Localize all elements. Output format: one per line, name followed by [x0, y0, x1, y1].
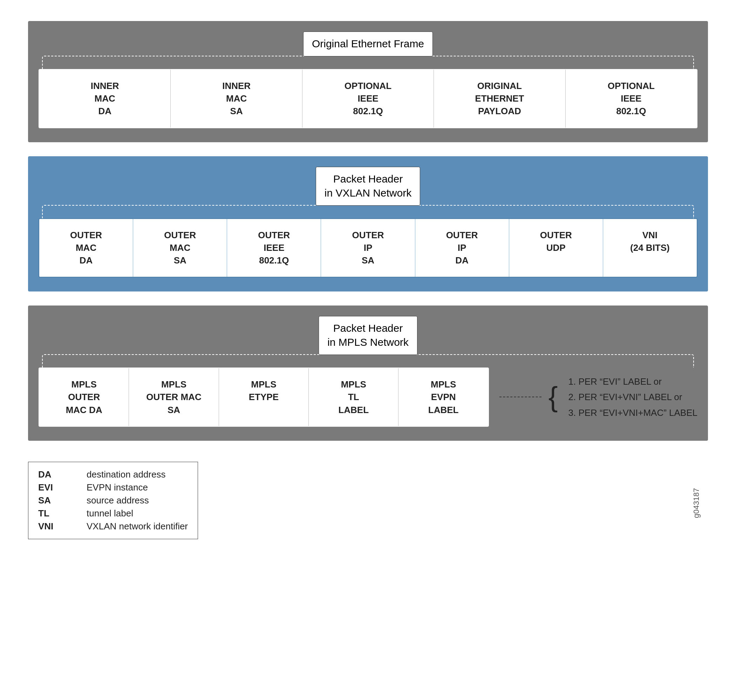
legend-val-sa: source address: [87, 495, 149, 506]
legend-row-tl: TL tunnel label: [38, 508, 188, 519]
legend-key-evi: EVI: [38, 482, 70, 493]
cell-outer-ieee: OUTERIEEE802.1Q: [227, 219, 321, 277]
cell-mpls-tl-label: MPLSTLLABEL: [309, 368, 399, 426]
mpls-bracket: [42, 354, 694, 368]
legend-row-da: DA destination address: [38, 469, 188, 480]
vxlan-cells: OUTERMACDA OUTERMACSA OUTERIEEE802.1Q OU…: [38, 218, 698, 278]
mpls-row: MPLSOUTERMAC DA MPLSOUTER MACSA MPLSETYP…: [38, 368, 698, 427]
legend-row-vni: VNI VXLAN network identifier: [38, 521, 188, 532]
brace-symbol: {: [549, 383, 558, 411]
legend-key-vni: VNI: [38, 521, 70, 532]
legend-row-evi: EVI EVPN instance: [38, 482, 188, 493]
vxlan-header: Packet Headerin VXLAN Network: [316, 167, 420, 206]
legend: DA destination address EVI EVPN instance…: [28, 462, 198, 539]
brace-item-1: 1. PER “EVI” LABEL or: [568, 374, 698, 389]
ethernet-cells: INNERMACDA INNERMACSA OPTIONALIEEE802.1Q…: [38, 69, 698, 128]
cell-mpls-etype: MPLSETYPE: [219, 368, 309, 426]
mpls-header: Packet Headerin MPLS Network: [319, 316, 417, 355]
mpls-cells: MPLSOUTERMAC DA MPLSOUTER MACSA MPLSETYP…: [38, 368, 489, 427]
cell-outer-mac-da: OUTERMACDA: [39, 219, 133, 277]
ethernet-header-text: Original Ethernet Frame: [312, 38, 424, 49]
cell-mpls-outer-mac-sa: MPLSOUTER MACSA: [129, 368, 219, 426]
ethernet-bracket: [42, 56, 694, 69]
mpls-cells-container: MPLSOUTERMAC DA MPLSOUTER MACSA MPLSETYP…: [38, 368, 489, 427]
legend-key-tl: TL: [38, 508, 70, 519]
ethernet-header: Original Ethernet Frame: [303, 32, 433, 56]
legend-row-sa: SA source address: [38, 495, 188, 506]
watermark: g043187: [692, 488, 701, 518]
dashed-connector: [499, 397, 542, 397]
cell-original-eth-payload: ORIGINALEthernetPayload: [434, 70, 565, 128]
brace-area: { 1. PER “EVI” LABEL or 2. PER “EVI+VNI”…: [489, 374, 698, 421]
mpls-section: Packet Headerin MPLS Network MPLSOUTERMA…: [28, 306, 708, 441]
cell-optional-ieee-2: OPTIONALIEEE802.1Q: [566, 70, 697, 128]
brace-item-2: 2. PER “EVI+VNI” LABEL or: [568, 389, 698, 404]
cell-outer-ip-sa: OUTERIPSA: [321, 219, 415, 277]
legend-val-da: destination address: [87, 469, 165, 480]
cell-outer-udp: OUTERUDP: [509, 219, 603, 277]
legend-val-vni: VXLAN network identifier: [87, 521, 188, 532]
cell-vni: VNI(24 Bits): [603, 219, 697, 277]
brace-item-3: 3. PER “EVI+VNI+MAC” LABEL: [568, 405, 698, 421]
ethernet-section: Original Ethernet Frame INNERMACDA INNER…: [28, 21, 708, 142]
vxlan-bracket: [42, 205, 694, 218]
legend-key-sa: SA: [38, 495, 70, 506]
legend-val-evi: EVPN instance: [87, 482, 148, 493]
cell-optional-ieee-1: OPTIONALIEEE802.1Q: [302, 70, 434, 128]
vxlan-header-text: Packet Headerin VXLAN Network: [325, 173, 411, 199]
vxlan-section: Packet Headerin VXLAN Network OUTERMACDA…: [28, 156, 708, 291]
cell-inner-mac-da: INNERMACDA: [39, 70, 171, 128]
cell-outer-mac-sa: OUTERMACSA: [133, 219, 227, 277]
cell-inner-mac-sa: INNERMACSA: [171, 70, 302, 128]
legend-key-da: DA: [38, 469, 70, 480]
mpls-header-text: Packet Headerin MPLS Network: [327, 322, 409, 348]
diagram-wrapper: Original Ethernet Frame INNERMACDA INNER…: [28, 21, 708, 539]
legend-val-tl: tunnel label: [87, 508, 133, 519]
brace-text: 1. PER “EVI” LABEL or 2. PER “EVI+VNI” L…: [568, 374, 698, 421]
cell-outer-ip-da: OUTERIPDA: [415, 219, 509, 277]
cell-mpls-evpn-label: MPLSEVPNLABEL: [399, 368, 488, 426]
cell-mpls-outer-mac-da: MPLSOUTERMAC DA: [39, 368, 129, 426]
